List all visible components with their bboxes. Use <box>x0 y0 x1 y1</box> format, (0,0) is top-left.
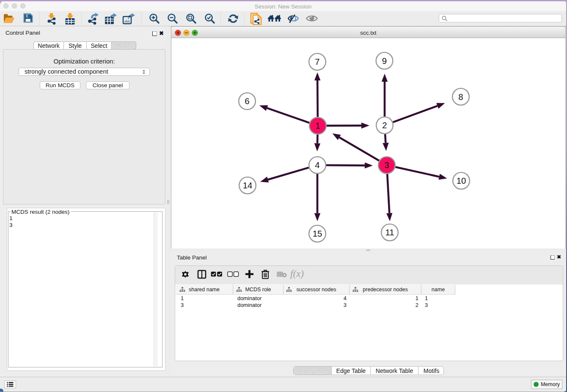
svg-text:4: 4 <box>315 160 319 170</box>
svg-text:11: 11 <box>385 228 394 237</box>
svg-text:1: 1 <box>315 121 320 130</box>
svg-text:10: 10 <box>457 176 466 185</box>
svg-text:14: 14 <box>243 181 253 190</box>
svg-text:6: 6 <box>245 97 249 106</box>
svg-text:7: 7 <box>315 57 319 66</box>
svg-text:9: 9 <box>382 56 387 66</box>
svg-text:3: 3 <box>384 160 389 170</box>
svg-text:15: 15 <box>313 229 322 238</box>
svg-text:8: 8 <box>458 92 463 102</box>
svg-text:2: 2 <box>382 121 387 130</box>
